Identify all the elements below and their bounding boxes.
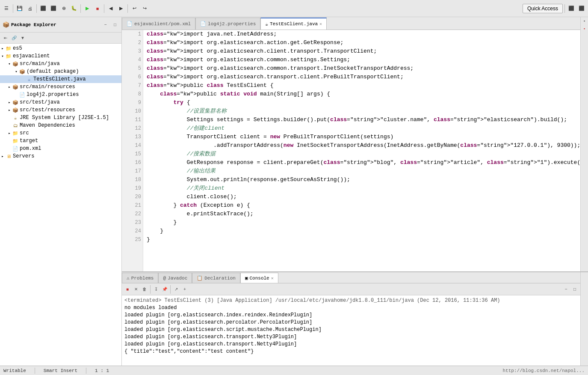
toolbar-btn-next[interactable]: ▶ <box>116 4 126 13</box>
code-line: TransportClient client = new PreBuiltTra… <box>147 133 577 141</box>
tree-toggle[interactable] <box>7 115 12 120</box>
tree-item[interactable]: ▸📦src/test/java <box>0 98 121 106</box>
tree-item[interactable]: ▸📦src/main/resources <box>0 83 121 91</box>
line-number: 15 <box>128 150 141 158</box>
tree-toggle[interactable] <box>7 138 12 143</box>
tree-item[interactable]: 📄pom.xml <box>0 145 121 152</box>
tree-item[interactable]: ▾📦(default package) <box>0 68 121 75</box>
tree-toggle[interactable] <box>14 92 19 97</box>
code-line: .addTransportAddress(new InetSocketTrans… <box>147 141 577 150</box>
tree-item[interactable]: 📄log4j2.properties <box>0 91 121 98</box>
panel-maximize-btn[interactable]: □ <box>111 21 119 29</box>
tree-toggle[interactable]: ▸ <box>7 131 12 136</box>
bottom-tab-label-problems: Problems <box>131 276 154 281</box>
code-editor[interactable]: 1234567891011121314151617181920212223242… <box>122 30 580 271</box>
toolbar-btn-debug[interactable]: 🐛 <box>69 4 79 13</box>
tree-toggle[interactable] <box>7 146 12 151</box>
toolbar-btn-back[interactable]: ↩ <box>130 4 139 13</box>
console-clear-btn[interactable]: 🗑 <box>141 286 148 293</box>
toolbar-sep-3 <box>80 4 81 13</box>
console-scroll-btn[interactable]: ↧ <box>152 286 160 293</box>
console-close-btn[interactable]: ✕ <box>132 286 140 293</box>
line-number: 3 <box>128 47 141 56</box>
bottom-tab-problems[interactable]: ⚠Problems <box>122 273 158 283</box>
bottom-minimize-btn[interactable]: − <box>562 286 570 293</box>
panel-minimize-btn[interactable]: − <box>102 21 109 29</box>
console-open-btn[interactable]: ↗ <box>172 286 180 293</box>
link-editor-btn[interactable]: 🔗 <box>10 34 18 42</box>
code-line: class="kw">import org.elasticsearch.comm… <box>147 56 577 64</box>
console-stop-btn[interactable]: ■ <box>124 286 131 293</box>
bottom-tabs: ⚠Problems@Javadoc📋Declaration▣Console✕ <box>122 272 580 283</box>
code-line: System.out.println(response.getSourceAsS… <box>147 176 577 184</box>
tree-icon: 📁 <box>5 45 12 52</box>
filter-btn[interactable]: ▼ <box>19 34 27 42</box>
bottom-tab-declaration[interactable]: 📋Declaration <box>192 273 240 283</box>
tree-toggle[interactable] <box>21 77 26 82</box>
tree-toggle[interactable] <box>7 123 12 128</box>
line-number: 18 <box>128 176 141 184</box>
console-pin-btn[interactable]: 📌 <box>161 286 168 293</box>
editor-area: 📄esjavaclient/pom.xml📄log4j2.properties☕… <box>122 17 588 271</box>
tree-label: src <box>20 130 29 136</box>
toolbar-btn-stop[interactable]: ■ <box>93 4 102 13</box>
editor-tab-log4j2[interactable]: 📄log4j2.properties <box>195 18 260 30</box>
tree-item[interactable]: ☕TestEsClient.java <box>0 75 121 83</box>
status-sep-2 <box>86 368 86 374</box>
tree-icon: 📦 <box>12 99 19 106</box>
code-line: class="kw">import org.elasticsearch.comm… <box>147 64 577 73</box>
tree-label: src/main/java <box>20 61 60 67</box>
toolbar-btn-menu[interactable]: ☰ <box>2 4 11 13</box>
status-insert-mode: Smart Insert <box>44 368 77 373</box>
tree-toggle[interactable]: ▸ <box>0 154 5 159</box>
tree-toggle[interactable]: ▸ <box>7 107 12 113</box>
tree-toggle[interactable]: ▸ <box>7 84 12 89</box>
line-number: 19 <box>128 184 141 193</box>
main-area: 📦 Package Explorer − □ ⇤ 🔗 ▼ ▸📁es5▾📁esja… <box>0 17 588 366</box>
toolbar-btn-3[interactable]: ⊕ <box>59 4 68 13</box>
collapse-all-btn[interactable]: ⇤ <box>2 34 9 42</box>
line-number: 22 <box>128 210 141 218</box>
tree-toggle[interactable]: ▾ <box>14 69 19 74</box>
tree-item[interactable]: ▸📁src <box>0 129 121 137</box>
tab-close-TestEsClient[interactable]: ✕ <box>319 21 322 27</box>
quick-access-button[interactable]: Quick Access <box>523 4 563 13</box>
bottom-tab-javadoc[interactable]: @Javadoc <box>158 273 192 283</box>
editor-tab-TestEsClient[interactable]: ☕TestEsClient.java✕ <box>260 18 327 30</box>
tree-item[interactable]: ▾📦src/main/java <box>0 60 121 68</box>
bottom-maximize-btn[interactable]: □ <box>571 286 579 293</box>
console-new-btn[interactable]: + <box>181 286 189 293</box>
bottom-tab-close-console[interactable]: ✕ <box>271 276 274 281</box>
code-line: e.printStackTrace(); <box>147 210 577 218</box>
tree-item[interactable]: ▾📁esjavaclient <box>0 52 121 60</box>
tree-item[interactable]: 📁target <box>0 137 121 145</box>
tree-item[interactable]: ▸📦src/test/resources <box>0 106 121 114</box>
toolbar-btn-prev[interactable]: ◀ <box>106 4 115 13</box>
toolbar-btn-print[interactable]: 🖨 <box>25 4 35 13</box>
code-line: } <box>147 218 577 227</box>
toolbar-sep-6 <box>564 4 565 13</box>
toolbar-btn-perspective[interactable]: ⬛ <box>567 4 576 13</box>
package-explorer-title: Package Explorer <box>11 22 100 27</box>
toolbar-btn-view[interactable]: ⬛ <box>577 4 586 13</box>
toolbar-btn-1[interactable]: ⬛ <box>38 4 48 13</box>
tree-toggle[interactable]: ▸ <box>0 46 5 51</box>
tree-toggle[interactable]: ▾ <box>0 54 5 59</box>
toolbar-btn-forward[interactable]: ↪ <box>140 4 149 13</box>
toolbar-btn-2[interactable]: ⬛ <box>49 4 58 13</box>
tree-label: pom.xml <box>20 146 41 152</box>
tree-item[interactable]: ☕JRE System Library [J2SE-1.5] <box>0 114 121 122</box>
tree-item[interactable]: 🗂Maven Dependencies <box>0 122 121 129</box>
tree-toggle[interactable]: ▸ <box>7 100 12 105</box>
code-line: //输出结果 <box>147 167 577 176</box>
code-content[interactable]: class="kw">import java.net.InetAddress;c… <box>143 30 580 271</box>
tree-toggle[interactable]: ▾ <box>7 61 12 66</box>
tree-icon: 📦 <box>12 83 19 90</box>
line-number: 5 <box>128 64 141 73</box>
tree-item[interactable]: ▸📁es5 <box>0 45 121 52</box>
tree-item[interactable]: ▸🖥Servers <box>0 152 121 160</box>
toolbar-btn-save[interactable]: 💾 <box>15 4 24 13</box>
bottom-tab-console[interactable]: ▣Console✕ <box>240 273 278 283</box>
toolbar-btn-run[interactable]: ▶ <box>83 4 92 13</box>
editor-tab-pom[interactable]: 📄esjavaclient/pom.xml <box>122 18 195 30</box>
